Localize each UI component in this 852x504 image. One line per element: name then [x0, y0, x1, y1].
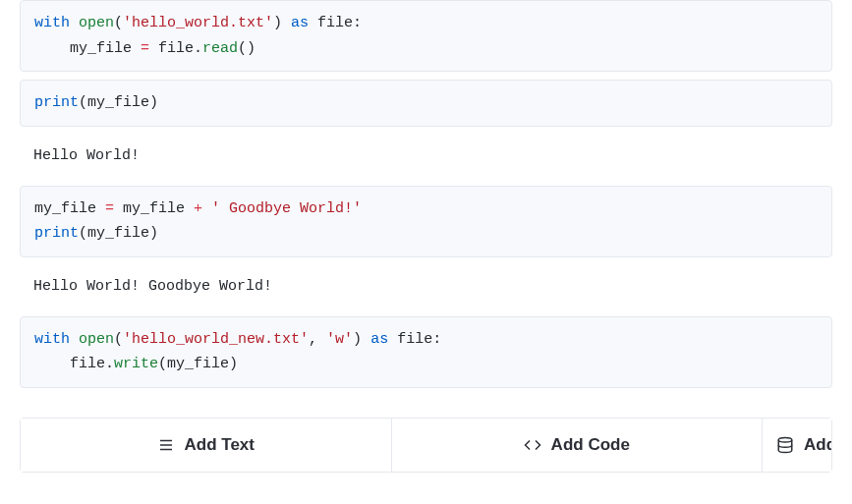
add-data-button[interactable]: Add [763, 419, 831, 472]
code-token: file [34, 356, 105, 372]
code-token: = [105, 200, 114, 217]
code-token: = [141, 40, 149, 57]
code-token: file: [388, 331, 441, 348]
add-text-button[interactable]: Add Text [21, 419, 392, 472]
code-cell[interactable]: with open('hello_world.txt') as file: my… [20, 0, 832, 72]
add-code-button[interactable]: Add Code [392, 419, 764, 472]
code-token: with [34, 331, 79, 348]
code-token: file [149, 40, 194, 57]
code-token: read [202, 40, 238, 57]
code-token: write [114, 356, 158, 372]
code-token: (my_file) [79, 225, 158, 242]
code-token: print [34, 225, 79, 242]
code-token: () [238, 40, 256, 57]
code-token: ) [273, 15, 291, 31]
add-text-label: Add Text [185, 435, 255, 455]
code-icon [524, 436, 541, 454]
code-token [202, 200, 211, 217]
code-token: file: [309, 15, 362, 31]
code-token: as [291, 15, 309, 31]
code-token: ( [114, 331, 123, 348]
code-token: ) [353, 331, 370, 348]
code-token: open [79, 331, 114, 348]
code-token: . [194, 40, 202, 57]
code-token: 'hello_world.txt' [123, 15, 273, 31]
code-token: with [34, 15, 79, 31]
code-cell[interactable]: with open('hello_world_new.txt', 'w') as… [20, 316, 832, 388]
code-token: my_file [34, 40, 141, 57]
code-token: open [79, 15, 114, 31]
code-token: my_file [34, 200, 105, 217]
code-token: 'hello_world_new.txt' [123, 331, 309, 348]
notebook-toolbar: Add Text Add Code Add [20, 418, 832, 473]
add-data-label: Add [804, 435, 831, 455]
code-token: . [105, 356, 114, 372]
output-cell: Hello World! Goodbye World! [20, 265, 832, 308]
add-code-label: Add Code [551, 435, 630, 455]
code-token: + [194, 200, 202, 217]
code-token: 'w' [326, 331, 353, 348]
code-token: (my_file) [79, 94, 158, 111]
code-token: ' Goodbye World!' [211, 200, 362, 217]
code-token: as [370, 331, 388, 348]
svg-point-3 [778, 437, 792, 442]
code-token: ( [114, 15, 123, 31]
text-icon [157, 436, 175, 454]
data-icon [776, 436, 794, 454]
output-cell: Hello World! [20, 135, 832, 178]
code-cell[interactable]: my_file = my_file + ' Goodbye World!' pr… [20, 186, 832, 257]
code-token: (my_file) [158, 356, 238, 372]
code-token: print [34, 94, 79, 111]
code-token: my_file [114, 200, 194, 217]
code-token: , [309, 331, 326, 348]
code-cell[interactable]: print(my_file) [20, 80, 832, 127]
